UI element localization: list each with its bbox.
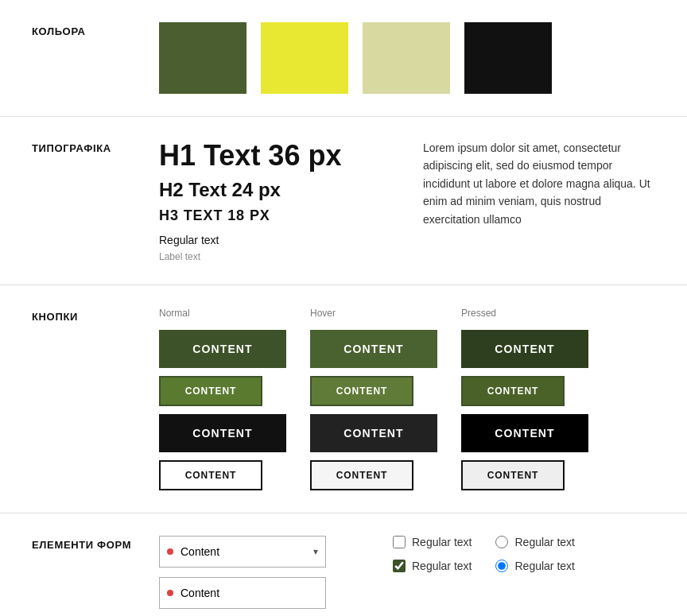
btn-hover-black-large[interactable]: CONTENT (310, 414, 437, 452)
forms-left: Content ▾ 1 + − (159, 536, 361, 616)
btn-pressed-black-large[interactable]: CONTENT (461, 414, 588, 452)
h2-sample: H2 Text 24 px (159, 179, 391, 201)
buttons-pressed-column: Pressed CONTENT CONTENT CONTENT CONTENT (461, 308, 588, 490)
buttons-label: КНОПКИ (32, 308, 159, 323)
forms-grid: Content ▾ 1 + − (159, 536, 655, 616)
btn-pressed-outline-small[interactable]: CONTENT (461, 376, 565, 406)
text-input[interactable] (159, 577, 326, 609)
swatch-black (464, 22, 552, 94)
colors-section: КОЛЬОРА (0, 0, 687, 117)
color-swatches-row (159, 22, 655, 94)
h1-sample: H1 Text 36 px (159, 139, 391, 172)
forms-content: Content ▾ 1 + − (159, 536, 655, 616)
typography-section: ТИПОГРАФІКА H1 Text 36 px H2 Text 24 px … (0, 117, 687, 285)
radio-2-label: Regular text (514, 560, 574, 572)
select-input[interactable]: Content (159, 536, 326, 568)
regular-text-sample: Regular text (159, 234, 391, 246)
normal-state-label: Normal (159, 308, 190, 319)
checkbox-2[interactable] (393, 560, 406, 572)
typography-body: Lorem ipsum dolor sit amet, consectetur … (423, 139, 655, 262)
btn-normal-outline-small[interactable]: CONTENT (159, 376, 262, 406)
label-text-sample: Label text (159, 251, 391, 262)
colors-content (159, 22, 655, 94)
radio-2[interactable] (495, 560, 508, 572)
btn-pressed-black-outline-small[interactable]: CONTENT (461, 460, 565, 490)
checkbox-item-2: Regular text (393, 560, 472, 572)
typography-left: H1 Text 36 px H2 Text 24 px H3 TEXT 18 P… (159, 139, 391, 262)
select-required-dot (167, 548, 173, 555)
forms-section: ЕЛЕМЕНТИ ФОРМ Content ▾ (0, 513, 687, 616)
radio-item-1: Regular text (495, 536, 574, 548)
hover-state-label: Hover (310, 308, 336, 319)
checkbox-item-1: Regular text (393, 536, 472, 548)
checkbox-group: Regular text Regular text (393, 536, 472, 572)
select-wrapper: Content ▾ (159, 536, 326, 568)
buttons-grid: Normal CONTENT CONTENT CONTENT CONTENT H… (159, 308, 655, 490)
forms-label: ЕЛЕМЕНТИ ФОРМ (32, 536, 159, 551)
typography-grid: H1 Text 36 px H2 Text 24 px H3 TEXT 18 P… (159, 139, 655, 262)
btn-hover-outline-small[interactable]: CONTENT (310, 376, 413, 406)
typography-content: H1 Text 36 px H2 Text 24 px H3 TEXT 18 P… (159, 139, 655, 262)
btn-hover-filled-large[interactable]: CONTENT (310, 330, 437, 368)
checkbox-2-label: Regular text (412, 560, 472, 572)
checkbox-1[interactable] (393, 536, 406, 548)
btn-normal-filled-large[interactable]: CONTENT (159, 330, 286, 368)
forms-right: Regular text Regular text Regular text R (393, 536, 575, 572)
buttons-normal-column: Normal CONTENT CONTENT CONTENT CONTENT (159, 308, 286, 490)
btn-hover-black-outline-small[interactable]: CONTENT (310, 460, 413, 490)
btn-normal-black-large[interactable]: CONTENT (159, 414, 286, 452)
btn-pressed-filled-large[interactable]: CONTENT (461, 330, 588, 368)
swatch-light-yellow (363, 22, 450, 94)
pressed-state-label: Pressed (461, 308, 496, 319)
input-wrapper (159, 577, 326, 609)
typography-label: ТИПОГРАФІКА (32, 139, 159, 154)
colors-label: КОЛЬОРА (32, 22, 159, 37)
radio-item-2: Regular text (495, 560, 574, 572)
radio-1-label: Regular text (514, 536, 574, 548)
input-required-dot (167, 590, 173, 596)
checkbox-1-label: Regular text (412, 536, 472, 548)
buttons-hover-column: Hover CONTENT CONTENT CONTENT CONTENT (310, 308, 437, 490)
swatch-yellow (261, 22, 348, 94)
radio-group: Regular text Regular text (495, 536, 574, 572)
swatch-dark-green (159, 22, 246, 94)
buttons-content: Normal CONTENT CONTENT CONTENT CONTENT H… (159, 308, 655, 490)
h3-sample: H3 TEXT 18 PX (159, 207, 391, 224)
radio-1[interactable] (495, 536, 508, 548)
btn-normal-black-outline-small[interactable]: CONTENT (159, 460, 262, 490)
buttons-section: КНОПКИ Normal CONTENT CONTENT CONTENT CO… (0, 285, 687, 513)
